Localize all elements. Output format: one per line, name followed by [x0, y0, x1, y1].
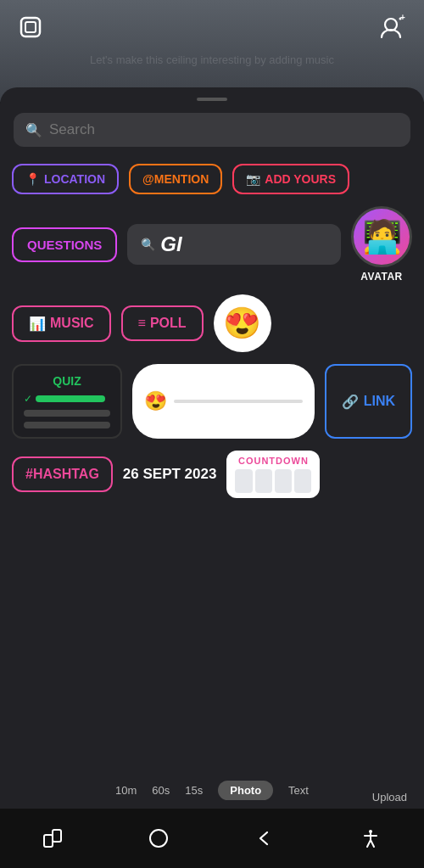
svg-rect-6	[53, 830, 61, 842]
nav-accessibility[interactable]	[360, 828, 381, 848]
avatar-emoji: 🧑‍💻	[362, 218, 402, 255]
top-icon-bar: +	[0, 0, 424, 102]
quiz-check-icon: ✓	[24, 393, 32, 405]
hashtag-label: #HASHTAG	[25, 467, 99, 481]
quiz-bar-wrong-1	[24, 410, 110, 417]
sticker-grid: 📍 LOCATION @MENTION 📷 ADD YOURS QUESTION…	[0, 155, 424, 868]
search-bar[interactable]: 🔍	[14, 113, 410, 147]
location-sticker[interactable]: 📍 LOCATION	[12, 164, 119, 194]
date-sticker[interactable]: 26 SEPT 2023	[123, 466, 217, 483]
toolbar-text[interactable]: Text	[288, 784, 309, 797]
date-label: 26 SEPT 2023	[123, 466, 217, 482]
svg-point-4	[399, 18, 402, 20]
avatar-image: 🧑‍💻	[351, 206, 412, 267]
countdown-tile-3	[275, 469, 292, 493]
countdown-label: COUNTDOWN	[235, 456, 311, 466]
slider-emoji-icon: 😍	[144, 390, 167, 412]
location-icon: 📍	[25, 172, 40, 186]
avatar-sticker[interactable]: 🧑‍💻 AVATAR	[351, 206, 412, 283]
gif-search-sticker[interactable]: 🔍 GI	[127, 224, 341, 265]
questions-label: QUESTIONS	[27, 238, 102, 252]
emoji-sticker[interactable]: 😍	[214, 294, 271, 352]
music-bars-icon: 📊	[29, 316, 46, 332]
countdown-tile-4	[294, 469, 311, 493]
toolbar-photo[interactable]: Photo	[218, 781, 273, 800]
poll-label: POLL	[150, 316, 187, 331]
mention-label: @MENTION	[142, 172, 209, 186]
sticker-row-3: 📊 MUSIC ≡ POLL 😍	[12, 294, 412, 352]
countdown-tile-1	[235, 469, 252, 493]
svg-rect-0	[21, 18, 40, 36]
questions-sticker[interactable]: QUESTIONS	[12, 227, 117, 262]
location-label: LOCATION	[44, 172, 105, 186]
poll-lines-icon: ≡	[138, 316, 146, 331]
search-input[interactable]	[49, 121, 399, 138]
svg-rect-1	[25, 22, 36, 32]
addyours-sticker[interactable]: 📷 ADD YOURS	[232, 164, 349, 194]
square-icon-button[interactable]	[14, 10, 47, 44]
link-label: LINK	[364, 394, 395, 409]
avatar-label: AVATAR	[360, 271, 402, 283]
toolbar-60s[interactable]: 60s	[152, 784, 170, 797]
sticker-row-1: 📍 LOCATION @MENTION 📷 ADD YOURS	[12, 164, 412, 194]
sticker-row-5: #HASHTAG 26 SEPT 2023 COUNTDOWN	[12, 451, 412, 498]
emoji-slider-sticker[interactable]: 😍	[132, 364, 315, 439]
nav-back[interactable]	[255, 829, 274, 848]
nav-home[interactable]	[148, 828, 169, 848]
music-sticker[interactable]: 📊 MUSIC	[12, 305, 111, 342]
upload-button[interactable]: Upload	[372, 791, 407, 804]
add-person-button[interactable]: +	[377, 10, 410, 44]
sticker-panel: 🔍 📍 LOCATION @MENTION 📷 ADD YOURS QUESTI…	[0, 87, 424, 868]
svg-point-7	[150, 830, 167, 847]
mention-sticker[interactable]: @MENTION	[129, 164, 222, 194]
heart-eyes-emoji: 😍	[223, 305, 261, 341]
poll-sticker[interactable]: ≡ POLL	[121, 305, 204, 341]
gif-label: GI	[160, 232, 181, 256]
slider-track	[174, 400, 303, 403]
sticker-row-2: QUESTIONS 🔍 GI 🧑‍💻 AVATAR	[12, 206, 412, 283]
svg-line-12	[371, 840, 374, 847]
countdown-sticker[interactable]: COUNTDOWN	[226, 451, 320, 498]
nav-recent-apps[interactable]	[43, 829, 62, 848]
quiz-label: QUIZ	[24, 374, 110, 388]
camera-icon: 📷	[246, 172, 260, 186]
nav-bar	[0, 809, 424, 868]
link-icon: 🔗	[342, 394, 359, 410]
countdown-tile-2	[255, 469, 272, 493]
quiz-bar-correct	[36, 395, 105, 402]
search-icon: 🔍	[25, 122, 42, 138]
quiz-sticker[interactable]: QUIZ ✓	[12, 364, 122, 439]
toolbar-15s[interactable]: 15s	[185, 784, 203, 797]
quiz-bar-wrong-2	[24, 422, 110, 428]
addyours-label: ADD YOURS	[265, 172, 336, 186]
link-sticker[interactable]: 🔗 LINK	[325, 364, 412, 439]
toolbar-10m[interactable]: 10m	[115, 784, 137, 797]
music-label: MUSIC	[50, 316, 94, 331]
gif-search-icon: 🔍	[141, 238, 155, 251]
svg-line-11	[367, 840, 371, 847]
hashtag-sticker[interactable]: #HASHTAG	[12, 456, 113, 492]
sticker-row-4: QUIZ ✓ 😍 🔗 LINK	[12, 364, 412, 439]
countdown-tiles	[235, 469, 311, 493]
upload-label: Upload	[372, 791, 407, 804]
svg-rect-5	[44, 835, 53, 847]
camera-toolbar: 10m 60s 15s Photo Text	[0, 781, 424, 800]
